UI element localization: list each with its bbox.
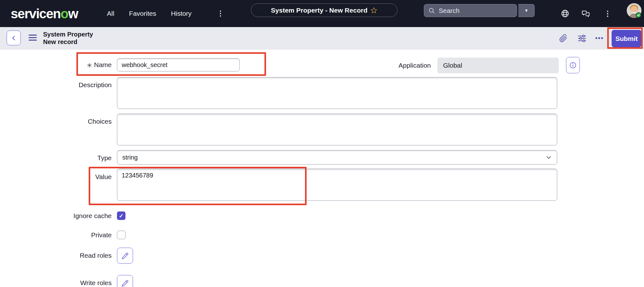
back-button[interactable] [7, 31, 21, 45]
global-search [424, 4, 517, 17]
write-roles-label: Write roles [42, 279, 112, 287]
pencil-icon [121, 252, 129, 260]
read-roles-label: Read roles [42, 252, 112, 259]
pencil-icon [121, 279, 129, 287]
personalize-form-sliders-icon[interactable] [577, 27, 587, 49]
form-context-menu-icon[interactable] [29, 35, 37, 41]
logo-green-o: o [60, 6, 68, 21]
description-field-label: Description [42, 81, 112, 89]
ignore-cache-checkbox[interactable]: ✓ [117, 211, 125, 220]
value-field-label: Value [42, 173, 112, 181]
checkmark-icon: ✓ [119, 212, 124, 219]
application-field-label: Application [362, 62, 431, 69]
nav-more-kebab-icon[interactable]: ⋮ [217, 0, 224, 27]
top-nav-bar: servicenow All Favorites History ⋮ Syste… [0, 0, 644, 27]
record-title-table: System Property [43, 31, 93, 38]
required-icon [87, 63, 92, 68]
value-textarea[interactable]: 123456789 [117, 169, 557, 201]
more-actions-ellipsis-icon[interactable]: ••• [595, 27, 604, 49]
status-online-badge [636, 13, 641, 18]
private-checkbox[interactable]: ✓ [117, 231, 125, 239]
choices-textarea[interactable] [117, 114, 557, 145]
type-field-label: Type [42, 154, 112, 162]
current-record-pill[interactable]: System Property - New Record [251, 3, 397, 17]
record-title: System Property New record [43, 31, 93, 46]
application-info-button[interactable] [566, 57, 580, 73]
ignore-cache-label: Ignore cache [42, 212, 112, 220]
type-select-value: string [122, 154, 138, 161]
submit-button[interactable]: Submit [612, 30, 641, 47]
nav-item-all[interactable]: All [107, 10, 114, 17]
choices-field-label: Choices [42, 118, 112, 125]
record-header-bar [0, 27, 644, 49]
user-avatar[interactable] [627, 3, 641, 18]
nav-item-history[interactable]: History [171, 10, 192, 17]
current-record-title: System Property - New Record [271, 7, 368, 14]
search-scope-dropdown[interactable]: ▼ [518, 4, 535, 17]
favorite-star-icon[interactable] [370, 7, 377, 14]
application-readonly-field: Global [437, 58, 559, 73]
profile-menu-kebab-icon[interactable]: ⋮ [604, 0, 611, 27]
nav-item-favorites[interactable]: Favorites [129, 10, 156, 17]
description-textarea[interactable] [117, 77, 557, 109]
chat-icon[interactable] [581, 0, 591, 27]
private-label: Private [42, 231, 112, 239]
chevron-down-icon [546, 154, 552, 160]
globe-icon[interactable] [561, 0, 569, 27]
write-roles-edit-button[interactable] [117, 275, 133, 287]
servicenow-logo[interactable]: servicenow [11, 6, 78, 21]
read-roles-edit-button[interactable] [117, 248, 133, 264]
logo-text-end: w [68, 6, 78, 21]
logo-text: servicen [11, 6, 60, 21]
search-icon [428, 7, 436, 14]
search-input[interactable] [439, 7, 511, 14]
servicenow-app: servicenow All Favorites History ⋮ Syste… [0, 0, 644, 287]
top-nav-menu: All Favorites History [107, 0, 192, 27]
attachment-paperclip-icon[interactable] [559, 27, 568, 49]
name-field-label: Name [42, 61, 112, 69]
name-input[interactable] [117, 58, 240, 71]
type-select[interactable]: string [117, 150, 557, 165]
record-title-state: New record [43, 38, 93, 46]
